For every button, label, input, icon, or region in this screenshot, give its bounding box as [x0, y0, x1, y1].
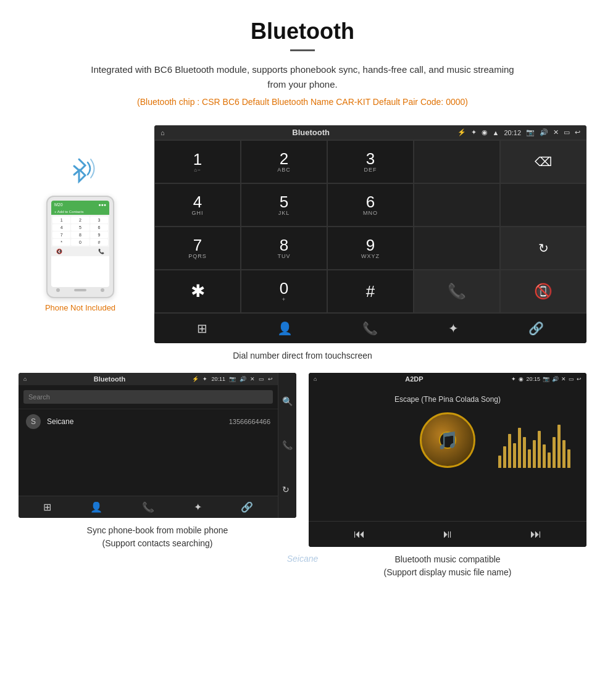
dial-empty-2 [500, 183, 586, 227]
dial-key-4[interactable]: 4 GHI [154, 183, 241, 227]
album-art: 🎵 [420, 412, 475, 468]
home-icon: ⌂ [161, 129, 165, 136]
prev-track-icon[interactable]: ⏮ [354, 528, 365, 541]
signal-icon: ▲ [493, 129, 499, 136]
phone-screen-header: M20●●● [51, 201, 109, 209]
phone-not-included-label: Phone Not Included [45, 303, 115, 312]
usb-icon: ⚡ [457, 128, 466, 136]
android-bottom-bar: ⊞ 👤 📞 ✦ 🔗 [154, 313, 586, 343]
lower-screenshots: ⌂ Bluetooth ⚡ ✦ 20:11 📷 🔊 ✕ ▭ ↩ [0, 373, 605, 579]
page-title: Bluetooth [12, 19, 593, 44]
a2dp-block: ⌂ A2DP ✦ ◉ 20:15 📷 🔊 ✕ ▭ ↩ Escape (The P… [309, 373, 586, 579]
phonebook-screen: ⌂ Bluetooth ⚡ ✦ 20:11 📷 🔊 ✕ ▭ ↩ [19, 373, 296, 518]
phone-screen: M20●●● + Add to Contacts 123 456 789 *0#… [51, 201, 109, 287]
contact-number: 13566664466 [229, 418, 270, 425]
bt-icon: ✦ [471, 128, 477, 136]
dial-hangup[interactable]: 📵 [500, 270, 586, 313]
contact-initial: S [26, 414, 41, 429]
phone-icon[interactable]: 📞 [362, 321, 378, 336]
bt-signal-icon [62, 150, 99, 190]
pb-contact-row: S Seicane 13566664466 [19, 409, 278, 434]
pb-refresh-icon[interactable]: ↻ [282, 485, 293, 494]
dial-key-7[interactable]: 7 PQRS [154, 227, 241, 270]
a2dp-content: Escape (The Pina Colada Song) 🎵 [309, 385, 586, 521]
location-icon: ◉ [482, 128, 488, 136]
a2dp-statusbar: ⌂ A2DP ✦ ◉ 20:15 📷 🔊 ✕ ▭ ↩ [309, 373, 586, 385]
pb-bottom-bar: ⊞ 👤 📞 ✦ 🔗 [19, 496, 278, 518]
a2dp-screen: ⌂ A2DP ✦ ◉ 20:15 📷 🔊 ✕ ▭ ↩ Escape (The P… [309, 373, 586, 547]
phone-illustration: M20●●● + Add to Contacts 123 456 789 *0#… [19, 125, 142, 312]
pb-right-icons: 🔍 📞 ↻ [278, 373, 296, 518]
page-description: Integrated with BC6 Bluetooth module, su… [86, 62, 519, 92]
dial-key-star[interactable]: ✱ [154, 270, 241, 313]
camera-icon: 📷 [526, 128, 535, 136]
dial-key-6[interactable]: 6 MNO [327, 183, 414, 227]
android-dial-screen: ⌂ Bluetooth ⚡ ✦ ◉ ▲ 20:12 📷 🔊 ✕ ▭ ↩ 1 ⌂~… [154, 125, 586, 343]
contacts-icon[interactable]: 👤 [277, 321, 293, 336]
dialpad-grid: 1 ⌂~ 2 ABC 3 DEF ⌫ 4 GHI 5 JKL [154, 140, 586, 313]
dial-display [414, 140, 500, 183]
a2dp-controls: ⏮ ⏯ ⏭ [309, 521, 586, 547]
song-name: Escape (The Pina Colada Song) [394, 395, 501, 404]
dial-key-0[interactable]: 0 + [241, 270, 327, 313]
play-pause-icon[interactable]: ⏯ [442, 528, 453, 541]
dial-key-9[interactable]: 9 WXYZ [327, 227, 414, 270]
pb-call-icon[interactable]: 📞 [142, 501, 154, 513]
back-icon: ↩ [575, 128, 580, 136]
dial-key-3[interactable]: 3 DEF [327, 140, 414, 183]
pb-contacts-icon[interactable]: 👤 [90, 501, 102, 513]
dial-empty-1 [414, 183, 500, 227]
dial-key-8[interactable]: 8 TUV [241, 227, 327, 270]
phonebook-caption: Sync phone-book from mobile phone (Suppo… [19, 524, 296, 550]
next-track-icon[interactable]: ⏭ [530, 528, 541, 541]
pb-link-icon[interactable]: 🔗 [241, 501, 253, 513]
screen-title: Bluetooth [170, 128, 453, 137]
a2dp-caption: Bluetooth music compatible (Support disp… [309, 553, 586, 579]
volume-icon: 🔊 [540, 128, 548, 136]
main-section: M20●●● + Add to Contacts 123 456 789 *0#… [0, 125, 605, 343]
phonebook-block: ⌂ Bluetooth ⚡ ✦ 20:11 📷 🔊 ✕ ▭ ↩ [19, 373, 296, 579]
pb-search-icon[interactable]: 🔍 [282, 396, 293, 406]
dial-caption: Dial number direct from touchscreen [0, 351, 605, 360]
title-divider [290, 49, 315, 51]
dial-key-1[interactable]: 1 ⌂~ [154, 140, 241, 183]
phone-bottom-bar [51, 287, 109, 293]
dial-key-2[interactable]: 2 ABC [241, 140, 327, 183]
search-placeholder: Search [28, 393, 50, 401]
pb-statusbar: ⌂ Bluetooth ⚡ ✦ 20:11 📷 🔊 ✕ ▭ ↩ [19, 373, 278, 385]
dial-key-hash[interactable]: # [327, 270, 414, 313]
pb-phone-side-icon[interactable]: 📞 [282, 440, 293, 450]
pb-search-bar[interactable]: Search [23, 390, 273, 404]
window-icon: ▭ [564, 128, 570, 136]
page-header: Bluetooth Integrated with BC6 Bluetooth … [0, 0, 605, 125]
dial-empty-3 [414, 227, 500, 270]
x-icon: ✕ [553, 128, 559, 136]
pb-dialpad-icon[interactable]: ⊞ [43, 501, 51, 513]
contact-name: Seicane [47, 417, 229, 426]
time-display: 20:12 [504, 129, 521, 136]
bluetooth-icon[interactable]: ✦ [448, 321, 459, 336]
dial-key-5[interactable]: 5 JKL [241, 183, 327, 227]
link-icon[interactable]: 🔗 [528, 321, 544, 336]
music-note-icon: 🎵 [437, 430, 459, 451]
dial-backspace[interactable]: ⌫ [500, 140, 586, 183]
pb-bt-icon[interactable]: ✦ [194, 501, 202, 513]
bt-specs: (Bluetooth chip : CSR BC6 Default Blueto… [12, 97, 593, 107]
dialpad-icon[interactable]: ⊞ [197, 321, 207, 336]
android-statusbar: ⌂ Bluetooth ⚡ ✦ ◉ ▲ 20:12 📷 🔊 ✕ ▭ ↩ [154, 125, 586, 140]
lower-section: ⌂ Bluetooth ⚡ ✦ 20:11 📷 🔊 ✕ ▭ ↩ [0, 373, 605, 579]
phone-frame: M20●●● + Add to Contacts 123 456 789 *0#… [46, 196, 114, 298]
phone-dialpad: 123 456 789 *0# [51, 215, 109, 247]
dial-call[interactable]: 📞 [414, 270, 500, 313]
dial-refresh[interactable]: ↻ [500, 227, 586, 270]
